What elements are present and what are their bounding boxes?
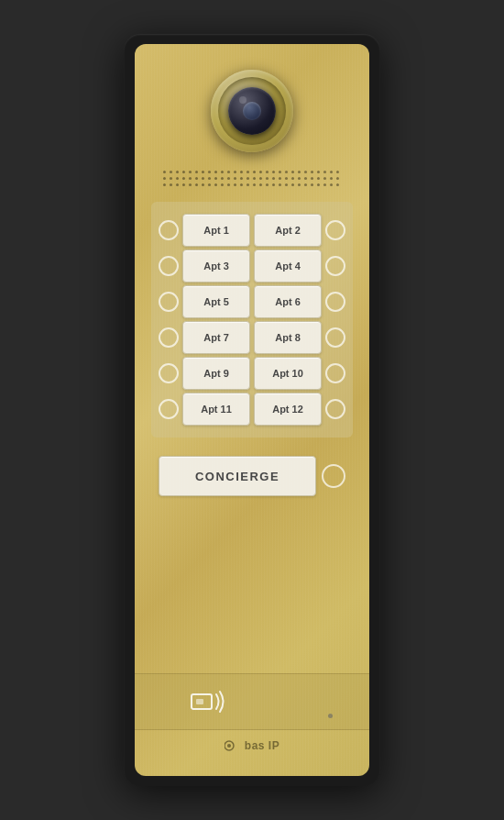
apt-buttons-row-5: Apt 9 Apt 10 — [182, 357, 322, 390]
speaker-dot — [291, 183, 294, 186]
speaker-dot — [253, 183, 256, 186]
device-outer: Apt 1 Apt 2 Apt 3 Apt 4 — [124, 34, 380, 786]
speaker-dot — [240, 171, 243, 173]
speaker-dot — [234, 183, 236, 186]
speaker-dot — [323, 171, 326, 173]
apt-button-3[interactable]: Apt 3 — [182, 249, 250, 283]
speaker-dot — [202, 183, 204, 186]
speaker-dot — [259, 171, 262, 173]
apt-button-5[interactable]: Apt 5 — [182, 285, 250, 318]
speaker-dot — [259, 183, 262, 186]
speaker-dot — [240, 177, 243, 180]
apt-row-1: Apt 1 Apt 2 — [159, 214, 345, 247]
call-circle-apt9-left[interactable] — [159, 363, 179, 383]
status-indicator-dot — [328, 714, 333, 718]
apt-buttons-row-2: Apt 3 Apt 4 — [182, 249, 322, 283]
apt-button-7[interactable]: Apt 7 — [182, 321, 250, 354]
speaker-dot — [208, 177, 211, 180]
speaker-dot — [176, 171, 179, 173]
call-circle-apt3-left[interactable] — [159, 256, 179, 276]
speaker-dot — [176, 177, 179, 180]
apt-row-2: Apt 3 Apt 4 — [159, 249, 345, 283]
speaker-dot — [170, 177, 172, 180]
speaker-dot — [163, 171, 166, 173]
speaker-dot — [323, 183, 326, 186]
apt-row-3: Apt 5 Apt 6 — [159, 285, 345, 318]
speaker-dot — [247, 171, 249, 173]
speaker-dot — [253, 171, 256, 173]
speaker-dot — [234, 177, 236, 180]
speaker-dot — [182, 171, 185, 173]
speaker-dot — [221, 183, 224, 186]
speaker-dot — [317, 171, 320, 173]
speaker-dot — [317, 183, 320, 186]
speaker-dot — [291, 177, 294, 180]
speaker-dots — [163, 171, 341, 188]
speaker-dot — [202, 177, 204, 180]
speaker-dot — [285, 177, 288, 180]
apt-button-1[interactable]: Apt 1 — [182, 214, 250, 247]
speaker-dot — [240, 183, 243, 186]
apt-row-4: Apt 7 Apt 8 — [159, 321, 345, 354]
call-circle-apt7-left[interactable] — [159, 327, 179, 348]
apt-button-11[interactable]: Apt 11 — [182, 393, 250, 426]
apt-button-2[interactable]: Apt 2 — [254, 214, 322, 247]
speaker-dot — [323, 177, 326, 180]
speaker-dot — [234, 171, 236, 173]
concierge-call-circle[interactable] — [322, 464, 345, 488]
call-circle-apt2-right[interactable] — [325, 220, 345, 240]
speaker-dot — [214, 183, 217, 186]
apt-buttons-row-3: Apt 5 Apt 6 — [182, 285, 322, 318]
concierge-row: CONCIERGE — [151, 456, 353, 496]
speaker-dot — [266, 183, 268, 186]
call-circle-apt4-right[interactable] — [325, 256, 345, 276]
speaker-dot — [195, 183, 198, 186]
speaker-dot — [170, 171, 172, 173]
call-circle-apt6-right[interactable] — [325, 292, 345, 312]
speaker-dot — [330, 177, 333, 180]
speaker-dot — [163, 177, 166, 180]
speaker-dot — [279, 183, 281, 186]
speaker-dot — [227, 177, 230, 180]
rfid-icon — [190, 685, 228, 718]
call-circle-apt5-left[interactable] — [159, 292, 179, 312]
call-circle-apt8-right[interactable] — [325, 327, 345, 348]
speaker-dot — [253, 177, 256, 180]
speaker-dot — [176, 183, 179, 186]
apt-row-5: Apt 9 Apt 10 — [159, 357, 345, 390]
speaker-dot — [189, 171, 192, 173]
speaker-dot — [311, 171, 313, 173]
speaker-dot — [170, 183, 172, 186]
apt-button-4[interactable]: Apt 4 — [254, 249, 322, 283]
brand-logo-icon — [225, 739, 241, 752]
speaker-grille — [160, 169, 344, 189]
speaker-dot — [182, 177, 185, 180]
call-circle-apt10-right[interactable] — [325, 363, 345, 383]
apt-button-8[interactable]: Apt 8 — [254, 321, 322, 354]
speaker-dot — [304, 171, 307, 173]
speaker-dot — [227, 171, 230, 173]
brand-text: bas IP — [245, 739, 279, 752]
apt-button-12[interactable]: Apt 12 — [254, 393, 322, 426]
call-circle-apt11-left[interactable] — [159, 399, 179, 419]
apt-row-6: Apt 11 Apt 12 — [159, 393, 345, 426]
speaker-dot — [336, 183, 339, 186]
camera-section — [135, 44, 369, 161]
speaker-dot — [285, 171, 288, 173]
speaker-dot — [247, 177, 249, 180]
speaker-dot — [311, 183, 313, 186]
apt-button-6[interactable]: Apt 6 — [254, 285, 322, 318]
apt-buttons-row-1: Apt 1 Apt 2 — [182, 214, 322, 247]
speaker-dot — [330, 171, 333, 173]
speaker-dot — [285, 183, 288, 186]
apt-button-10[interactable]: Apt 10 — [254, 357, 322, 390]
speaker-dot — [298, 171, 301, 173]
speaker-dot — [189, 183, 192, 186]
apt-buttons-row-4: Apt 7 Apt 8 — [182, 321, 322, 354]
concierge-button[interactable]: CONCIERGE — [159, 456, 316, 496]
call-circle-apt1-left[interactable] — [159, 220, 179, 240]
speaker-dot — [221, 177, 224, 180]
speaker-dot — [189, 177, 192, 180]
apt-button-9[interactable]: Apt 9 — [182, 357, 250, 390]
call-circle-apt12-right[interactable] — [325, 399, 345, 419]
